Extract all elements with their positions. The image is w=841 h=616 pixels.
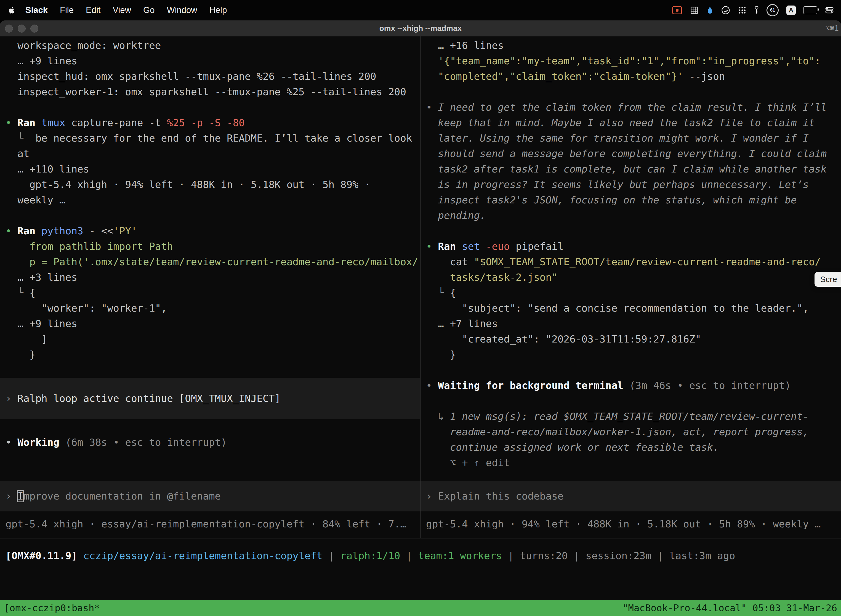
terminal-line [0,466,420,481]
terminal-line: continue assigned work or next feasible … [420,440,841,455]
text-segment: I need to get the claim token from the c… [438,101,827,113]
text-segment: | [502,550,520,561]
text-segment: is in progress? It seems likely but perh… [426,179,809,190]
battery-circle-label: 61 [766,4,779,16]
window-shortcut-hint: ⌥⌘1 [825,21,839,37]
composer-input-band[interactable]: › Improve documentation in @filename [0,481,420,511]
text-segment: Ran [438,241,462,252]
menu-item-help[interactable]: Help [210,5,227,15]
terminal-line: readme-and-reco/mailbox/worker-1.json, a… [420,424,841,440]
text-segment: "worker": "worker-1", [6,302,167,314]
text-segment: … +9 lines [6,318,77,329]
text-segment: • [6,437,18,448]
text-segment: └ [426,287,450,298]
terminal-content: workspace_mode: worktree … +9 lines insp… [0,37,841,538]
window-title: omx --xhigh --madmax [0,21,841,37]
menu-item-view[interactable]: View [113,5,131,15]
composer-input-band[interactable]: › Explain this codebase [420,481,841,511]
text-segment: • [426,101,438,113]
text-segment: … +110 lines [6,163,89,175]
text-segment: • [6,225,18,236]
text-segment: › [426,490,438,502]
text-segment: Working [18,437,65,448]
text-segment: inspect_worker-1: omx sparkshell --tmux-… [6,86,406,97]
text-segment: Ralph loop active continue [OMX_TMUX_INJ… [18,393,281,404]
composer-input-band[interactable]: › Ralph loop active continue [OMX_TMUX_I… [0,378,420,419]
control-center-icon[interactable] [825,4,834,16]
terminal-line: • Ran python3 - <<'PY' [0,223,420,239]
text-segment: { [450,287,456,298]
text-segment: └ [6,287,29,298]
terminal-line: • Ran tmux capture-pane -t %25 -p -S -80 [0,115,420,131]
terminal-line: … +3 lines [0,270,420,285]
droplet-icon[interactable] [706,4,714,16]
grid-icon[interactable] [690,4,699,16]
menu-item-window[interactable]: Window [167,5,197,15]
terminal-line: … +16 lines [420,38,841,53]
text-segment: gpt-5.4 xhigh · 94% left · 488K in · 5.1… [426,518,820,529]
text-segment: 'PY' [113,225,137,236]
terminal-line: '{"team_name":"my-team","task_id":"1","f… [420,53,841,69]
terminal-window: omx --xhigh --madmax ⌥⌘1 workspace_mode:… [0,21,841,616]
app-menu-title[interactable]: Slack [25,5,48,15]
text-segment: Explain this codebase [438,490,563,502]
menu-item-file[interactable]: File [60,5,74,15]
terminal-line: is in progress? It seems likely but perh… [420,177,841,192]
text-segment: (6m 38s • esc to interrupt) [65,437,227,448]
pane-status-footer: gpt-5.4 xhigh · essay/ai-reimplementatio… [0,516,420,532]
screen-edge-notification[interactable]: Scre [815,272,841,287]
terminal-swirl-icon[interactable] [721,4,730,16]
terminal-line: └ { [0,285,420,301]
text-segment: … +9 lines [6,55,77,66]
text-segment: "completed","claim_token":"claim-token"}… [426,70,683,82]
menu-bar-left: Slack FileEditViewGoWindowHelp [0,5,239,15]
text-segment: | [652,550,670,561]
text-segment: … +16 lines [426,40,504,51]
text-segment: capture-pane -t [65,117,161,128]
menu-item-edit[interactable]: Edit [86,5,100,15]
terminal-line: inspect task2's JSON, focusing on the st… [420,192,841,208]
text-segment: "$OMX_TEAM_STATE_ROOT/team/review-curren… [474,256,820,267]
text-segment: ⌥ + ↑ edit [426,457,510,468]
tmux-host-time: "MacBook-Pro-44.local" 05:03 31-Mar-26 [623,603,837,613]
text-segment: cat [426,256,474,267]
window-title-bar[interactable]: omx --xhigh --madmax ⌥⌘1 [0,21,841,37]
text-segment: "created_at": "2026-03-31T11:59:27.816Z" [426,333,701,345]
menu-bar-status-icons: 61 A [672,4,841,16]
text-segment: be necessary for the end of the README. … [35,132,412,144]
text-segment: inspect task2's JSON, focusing on the st… [426,194,797,205]
terminal-line: ] [0,331,420,347]
menu-items: FileEditViewGoWindowHelp [60,5,239,15]
text-segment: last:3m ago [670,550,735,561]
text-segment: set [462,241,480,252]
terminal-line: └ be necessary for the end of the README… [0,131,420,146]
battery-circle-icon[interactable]: 61 [766,4,779,16]
battery-icon[interactable] [803,4,817,16]
terminal-line: should send a message before completing … [420,146,841,161]
apple-menu-icon[interactable] [8,6,16,15]
input-source-icon[interactable]: A [786,4,796,16]
text-segment: I [18,490,23,502]
key-icon[interactable] [755,4,759,16]
tmux-pane-right[interactable]: … +16 lines '{"team_name":"my-team","tas… [420,37,841,538]
dots-grid-icon[interactable] [738,4,747,16]
tmux-pane-left[interactable]: workspace_mode: worktree … +9 lines insp… [0,37,420,538]
text-segment: should send a message before completing … [426,148,827,159]
terminal-line: p = Path('.omx/state/team/review-current… [0,254,420,270]
terminal-line: "created_at": "2026-03-31T11:59:27.816Z" [420,331,841,347]
text-segment: └ [6,132,35,144]
terminal-line: later. Using the same for transition mig… [420,131,841,146]
text-segment: (3m 46s • esc to interrupt) [629,380,791,391]
terminal-line [0,100,420,115]
tmux-session-info: [omx-cczip0:bash* [4,603,100,613]
text-segment: › [6,393,18,404]
terminal-line: } [420,347,841,362]
text-segment: › [6,490,18,502]
screen-recording-indicator-icon[interactable] [672,4,682,16]
menu-item-go[interactable]: Go [143,5,154,15]
text-segment: 1 new msg(s): read $OMX_TEAM_STATE_ROOT/… [450,411,809,422]
text-segment: -euo [480,241,510,252]
text-segment: mprove documentation in @filename [23,490,221,502]
text-segment: tmux [41,117,65,128]
text-segment: pipefail [510,241,563,252]
